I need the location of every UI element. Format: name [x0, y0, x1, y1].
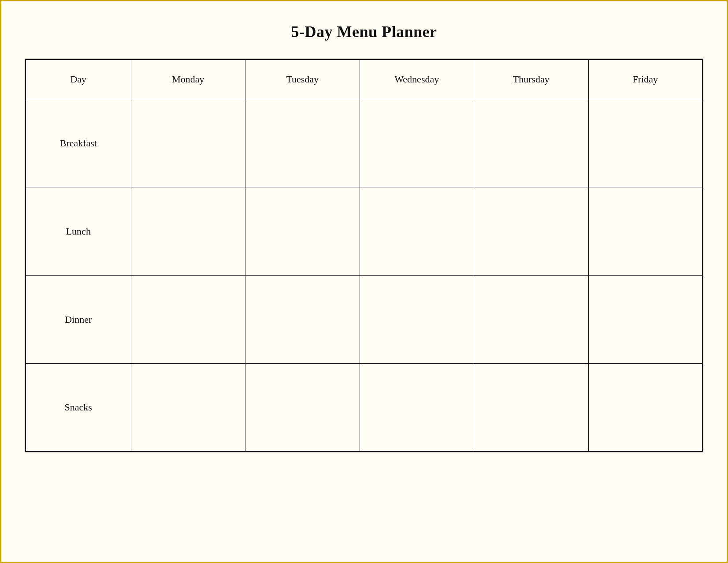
header-row: Day Monday Tuesday Wednesday Thursday Fr… — [26, 60, 703, 99]
meal-cell[interactable] — [474, 187, 589, 276]
meal-label-lunch: Lunch — [26, 187, 131, 276]
header-day: Day — [26, 60, 131, 99]
meal-cell[interactable] — [588, 364, 702, 452]
meal-cell[interactable] — [474, 364, 589, 452]
meal-cell[interactable] — [474, 276, 589, 364]
meal-cell[interactable] — [245, 364, 360, 452]
meal-cell[interactable] — [245, 99, 360, 187]
meal-cell[interactable] — [474, 99, 589, 187]
menu-planner-table: Day Monday Tuesday Wednesday Thursday Fr… — [25, 59, 703, 452]
header-wednesday: Wednesday — [360, 60, 474, 99]
meal-cell[interactable] — [588, 276, 702, 364]
meal-label-breakfast: Breakfast — [26, 99, 131, 187]
meal-label-dinner: Dinner — [26, 276, 131, 364]
meal-cell[interactable] — [588, 187, 702, 276]
meal-cell[interactable] — [131, 99, 245, 187]
meal-cell[interactable] — [588, 99, 702, 187]
table-row: Snacks — [26, 364, 703, 452]
page-title: 5-Day Menu Planner — [291, 22, 437, 41]
header-monday: Monday — [131, 60, 245, 99]
meal-cell[interactable] — [245, 187, 360, 276]
meal-label-snacks: Snacks — [26, 364, 131, 452]
meal-cell[interactable] — [131, 276, 245, 364]
meal-cell[interactable] — [360, 99, 474, 187]
table-row: Dinner — [26, 276, 703, 364]
meal-cell[interactable] — [360, 276, 474, 364]
meal-cell[interactable] — [360, 364, 474, 452]
meal-cell[interactable] — [131, 364, 245, 452]
table-row: Breakfast — [26, 99, 703, 187]
header-friday: Friday — [588, 60, 702, 99]
header-thursday: Thursday — [474, 60, 589, 99]
meal-cell[interactable] — [131, 187, 245, 276]
meal-cell[interactable] — [360, 187, 474, 276]
meal-cell[interactable] — [245, 276, 360, 364]
header-tuesday: Tuesday — [245, 60, 360, 99]
table-row: Lunch — [26, 187, 703, 276]
